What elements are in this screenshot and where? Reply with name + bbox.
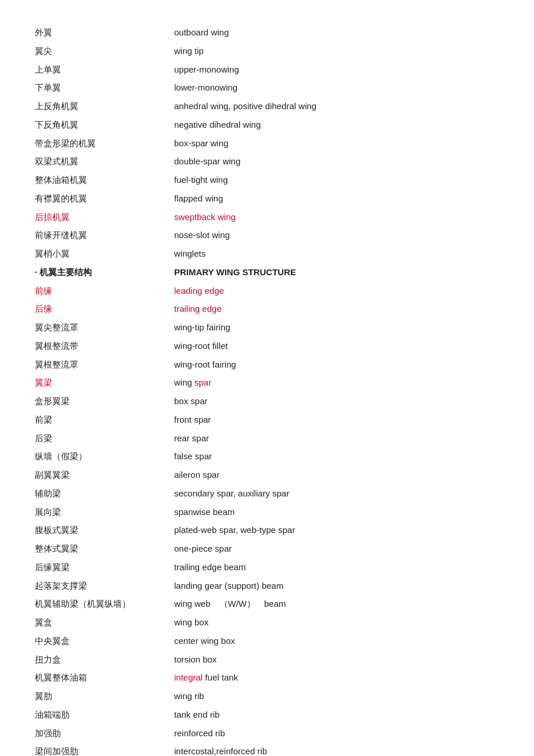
chinese-term: 翼尖 [35,43,174,59]
list-item: 前梁front spar [35,411,499,429]
list-item: 盒形翼梁box spar [35,392,499,411]
english-term: wing-root fairing [174,357,499,373]
english-term: outboard wing [174,24,499,41]
list-item: 前缘leading edge [35,282,499,300]
english-term: leading edge [174,283,499,299]
chinese-term: 副翼翼梁 [35,467,174,483]
chinese-term: ·机翼主要结构 [35,264,174,280]
chinese-term: 盒形翼梁 [35,393,174,409]
chinese-term: 外翼 [35,24,174,41]
list-item: 纵墙（假梁）false spar [35,447,499,466]
list-item: 整体油箱机翼fuel-tight wing [35,171,499,189]
english-term: double-spar wing [174,153,499,170]
english-term: one-piece spar [174,541,499,557]
list-item: 机翼整体油箱integral fuel tank [35,668,499,687]
list-item: 上反角机翼anhedral wing, positive dihedral wi… [35,97,499,116]
list-item: 上单翼upper-monowing [35,60,499,79]
english-term: nose-slot wing [174,227,499,243]
english-term: rear spar [174,430,499,447]
list-item: 翼尖整流罩wing-tip fairing [35,318,499,337]
english-term: landing gear (support) beam [174,578,499,594]
english-term: fuel-tight wing [174,172,499,188]
chinese-term: 翼根整流罩 [35,357,174,373]
english-term: box spar [174,393,499,409]
english-term: wing-root fillet [174,338,499,354]
list-item: 有襟翼的机翼flapped wing [35,189,499,208]
chinese-term: 翼盒 [35,614,174,631]
red-word: spar [194,377,211,387]
chinese-term: 辅助梁 [35,485,174,502]
chinese-term: 后梁 [35,430,174,447]
english-term: anhedral wing, positive dihedral wing [174,98,499,114]
chinese-term: 腹板式翼梁 [35,522,174,538]
chinese-term: 油箱端肋 [35,707,174,723]
list-item: 辅助梁secondary spar, auxiliary spar [35,484,499,503]
chinese-term: 加强肋 [35,725,174,741]
list-item: ·机翼主要结构PRIMARY WING STRUCTURE [35,263,499,282]
list-item: 梁间加强肋intercostal,reinforced rib [35,742,499,756]
english-term: wing tip [174,43,499,59]
english-term: secondary spar, auxiliary spar [174,485,499,502]
chinese-term: 起落架支撑梁 [35,578,174,594]
english-term: wing box [174,614,499,631]
chinese-term: 纵墙（假梁） [35,448,174,465]
chinese-term: 前缘开缝机翼 [35,227,174,243]
list-item: 双梁式机翼double-spar wing [35,152,499,171]
list-item: 翼根整流罩wing-root fairing [35,355,499,374]
list-item: 后缘trailing edge [35,300,499,318]
chinese-term: 双梁式机翼 [35,153,174,170]
chinese-term: 前缘 [35,283,174,299]
list-item: 后缘翼梁trailing edge beam [35,558,499,577]
list-item: 翼尖wing tip [35,42,499,60]
english-term: tank end rib [174,707,499,723]
chinese-term: 翼肋 [35,688,174,704]
chinese-term: 梁间加强肋 [35,743,174,756]
english-term: wing rib [174,688,499,704]
english-term: trailing edge beam [174,559,499,575]
list-item: 下单翼lower-monowing [35,78,499,97]
chinese-term: 翼根整流带 [35,338,174,354]
english-term: winglets [174,246,499,262]
english-term: aileron spar [174,467,499,483]
english-term: integral fuel tank [174,669,499,686]
list-item: 加强肋reinforced rib [35,724,499,743]
chinese-term: 前梁 [35,412,174,428]
list-item: 副翼翼梁aileron spar [35,466,499,484]
chinese-term: 扭力盒 [35,651,174,668]
list-item: 机翼辅助梁（机翼纵墙）wing web （W/W） beam [35,595,499,613]
chinese-term: 翼尖整流罩 [35,319,174,336]
english-term: reinforced rib [174,725,499,741]
list-item: 翼梁wing spar [35,373,499,392]
chinese-term: 带盒形梁的机翼 [35,135,174,152]
chinese-term: 翼梢小翼 [35,246,174,262]
list-item: 扭力盒torsion box [35,650,499,669]
english-term: false spar [174,448,499,465]
list-item: 翼根整流带wing-root fillet [35,337,499,355]
chinese-term: 中央翼盒 [35,633,174,649]
list-item: 翼肋wing rib [35,687,499,705]
list-item: 翼梢小翼winglets [35,244,499,263]
english-term: flapped wing [174,190,499,207]
chinese-term: 下反角机翼 [35,117,174,133]
english-term: spanwise beam [174,504,499,520]
section-title-chinese: 机翼主要结构 [39,267,92,277]
list-item: 后梁rear spar [35,429,499,448]
list-item: 油箱端肋tank end rib [35,705,499,724]
list-item: 带盒形梁的机翼box-spar wing [35,134,499,153]
chinese-term: 后缘 [35,301,174,317]
list-item: 翼盒wing box [35,613,499,632]
list-item: 起落架支撑梁landing gear (support) beam [35,577,499,595]
chinese-term: 后缘翼梁 [35,559,174,575]
list-item: 后掠机翼sweptback wing [35,208,499,226]
chinese-term: 整体式翼梁 [35,541,174,557]
chinese-term: 展向梁 [35,504,174,520]
list-item: 整体式翼梁one-piece spar [35,539,499,558]
english-term: box-spar wing [174,135,499,152]
english-term: wing-tip fairing [174,319,499,336]
list-item: 腹板式翼梁plated-web spar, web-type spar [35,521,499,539]
english-term: intercostal,reinforced rib [174,743,499,756]
list-item: 中央翼盒center wing box [35,632,499,650]
chinese-term: 下单翼 [35,80,174,96]
english-term: sweptback wing [174,209,499,225]
list-item: 下反角机翼negative dihedral wing [35,116,499,134]
